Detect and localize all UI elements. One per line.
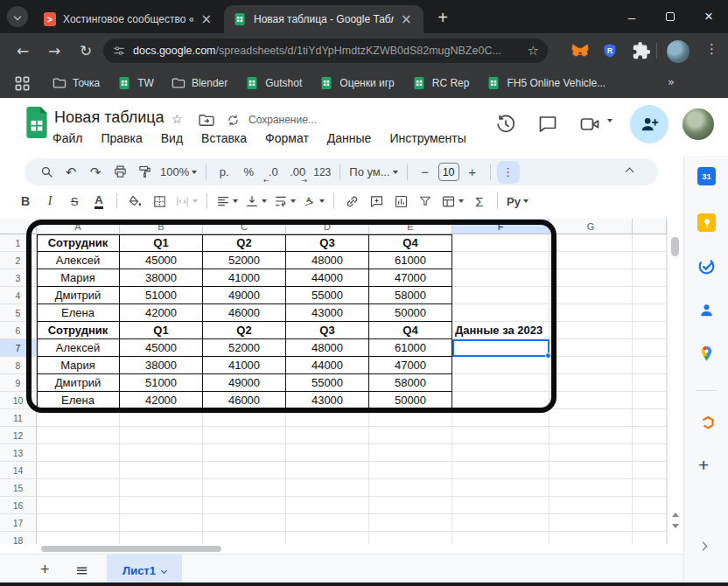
cell-G18[interactable] <box>550 532 633 544</box>
cell-D13[interactable] <box>286 444 369 462</box>
cell-B8[interactable]: 38000 <box>120 357 203 374</box>
cell-E3[interactable]: 47000 <box>369 269 452 287</box>
row-header-18[interactable]: 18 <box>0 532 37 544</box>
paint-format-button[interactable] <box>133 161 156 184</box>
cell-E15[interactable] <box>369 479 452 497</box>
account-avatar[interactable] <box>682 108 714 140</box>
cell-E11[interactable] <box>369 409 452 427</box>
row-header-12[interactable]: 12 <box>0 427 37 444</box>
menu-инструменты[interactable]: Инструменты <box>389 131 466 145</box>
cell-E8[interactable]: 47000 <box>369 357 452 374</box>
cell-H14[interactable] <box>633 462 667 479</box>
version-history-icon[interactable] <box>495 114 516 135</box>
row-header-5[interactable]: 5 <box>0 304 37 322</box>
cell-C2[interactable]: 52000 <box>203 252 286 269</box>
cell-E18[interactable] <box>369 532 452 544</box>
apps-grid-icon[interactable] <box>14 75 31 92</box>
cell-F10[interactable] <box>452 392 550 409</box>
calendar-icon[interactable]: 31 <box>697 167 716 185</box>
menu-данные[interactable]: Данные <box>327 131 372 145</box>
collapse-panel-button[interactable] <box>700 537 706 553</box>
menu-формат[interactable]: Формат <box>265 131 309 145</box>
cell-E14[interactable] <box>369 462 452 479</box>
cell-A18[interactable] <box>37 532 120 544</box>
browser-menu-icon[interactable]: ⋮ <box>705 41 718 57</box>
cell-G6[interactable] <box>550 322 633 339</box>
cell-E5[interactable]: 50000 <box>369 304 452 322</box>
cell-E12[interactable] <box>369 427 452 444</box>
row-header-2[interactable]: 2 <box>0 252 37 269</box>
row-header-17[interactable]: 17 <box>0 514 37 532</box>
cell-D17[interactable] <box>286 514 369 532</box>
print-button[interactable] <box>108 161 131 184</box>
cell-B15[interactable] <box>120 479 203 497</box>
cell-E10[interactable]: 50000 <box>369 392 452 409</box>
cell-G13[interactable] <box>550 444 633 462</box>
cell-D3[interactable]: 44000 <box>286 269 369 287</box>
cell-G2[interactable] <box>550 252 633 269</box>
cell-H6[interactable] <box>633 322 667 339</box>
move-to-folder-icon[interactable] <box>198 113 215 128</box>
cell-B17[interactable] <box>120 514 203 532</box>
horizontal-scrollbar-thumb[interactable] <box>41 546 221 552</box>
cell-G10[interactable] <box>550 392 633 409</box>
cell-E9[interactable]: 58000 <box>369 374 452 392</box>
row-header-16[interactable]: 16 <box>0 497 37 514</box>
cell-C8[interactable]: 41000 <box>203 357 286 374</box>
increase-decimal-button[interactable]: .00→ <box>286 161 309 184</box>
cell-D8[interactable]: 44000 <box>286 357 369 374</box>
col-header-G[interactable]: G <box>550 219 633 234</box>
scroll-down-arrow[interactable] <box>672 524 679 528</box>
site-info-icon[interactable] <box>112 44 126 58</box>
shield-r-extension-icon[interactable]: R <box>602 41 618 60</box>
menu-файл[interactable]: Файл <box>52 131 82 145</box>
cell-H2[interactable] <box>633 252 667 269</box>
bookmark-7[interactable]: FH5 Online Vehicle... <box>486 76 606 90</box>
menu-вставка[interactable]: Вставка <box>201 131 247 145</box>
cell-F14[interactable] <box>452 462 550 479</box>
menu-overflow[interactable]: ... <box>438 133 450 146</box>
row-header-3[interactable]: 3 <box>0 269 37 287</box>
browser-tab-sheets[interactable]: Новая таблица - Google Табли × <box>224 5 424 33</box>
toolbar-more-button[interactable]: ⋮ <box>497 161 520 184</box>
cell-D15[interactable] <box>286 479 369 497</box>
minimize-button[interactable]: – <box>612 0 651 33</box>
forward-button[interactable]: → <box>44 42 65 59</box>
cell-C5[interactable]: 46000 <box>203 304 286 322</box>
row-header-13[interactable]: 13 <box>0 444 37 462</box>
horizontal-scrollbar[interactable] <box>0 544 667 554</box>
spreadsheet-grid[interactable]: ABCDEFG1СотрудникQ1Q2Q3Q42Алексей4500052… <box>0 219 667 544</box>
cell-C18[interactable] <box>203 532 286 544</box>
col-header-E[interactable]: E <box>369 219 452 234</box>
bookmark-star-icon[interactable]: ☆ <box>528 43 539 59</box>
cell-E2[interactable]: 61000 <box>369 252 452 269</box>
cell-C3[interactable]: 41000 <box>203 269 286 287</box>
cell-B11[interactable] <box>120 409 203 427</box>
input-tools-button[interactable]: Ру <box>504 190 531 213</box>
cell-H8[interactable] <box>633 357 667 374</box>
cell-A12[interactable] <box>37 427 120 444</box>
col-header-partial[interactable] <box>633 219 667 234</box>
contacts-icon[interactable] <box>697 301 716 319</box>
vertical-align-button[interactable] <box>242 190 270 213</box>
cell-F3[interactable] <box>452 269 550 287</box>
cell-H13[interactable] <box>633 444 667 462</box>
cell-H18[interactable] <box>633 532 667 544</box>
tab-search-button[interactable] <box>7 6 28 27</box>
cell-B9[interactable]: 51000 <box>120 374 203 392</box>
tab-close-icon[interactable]: × <box>200 13 212 26</box>
cell-C12[interactable] <box>203 427 286 444</box>
cell-C6[interactable]: Q2 <box>203 322 286 339</box>
format-currency-button[interactable]: р. <box>213 161 235 184</box>
cell-B13[interactable] <box>120 444 203 462</box>
share-button[interactable] <box>630 105 668 143</box>
horizontal-align-button[interactable] <box>214 190 241 213</box>
cell-B7[interactable]: 45000 <box>120 339 203 357</box>
cell-F13[interactable] <box>452 444 550 462</box>
row-header-8[interactable]: 8 <box>0 357 37 374</box>
tab-close-icon[interactable]: × <box>401 13 412 26</box>
tasks-icon[interactable] <box>697 257 716 276</box>
cell-A6[interactable]: Сотрудник <box>37 322 120 339</box>
cell-A16[interactable] <box>37 497 120 514</box>
cell-A13[interactable] <box>37 444 120 462</box>
